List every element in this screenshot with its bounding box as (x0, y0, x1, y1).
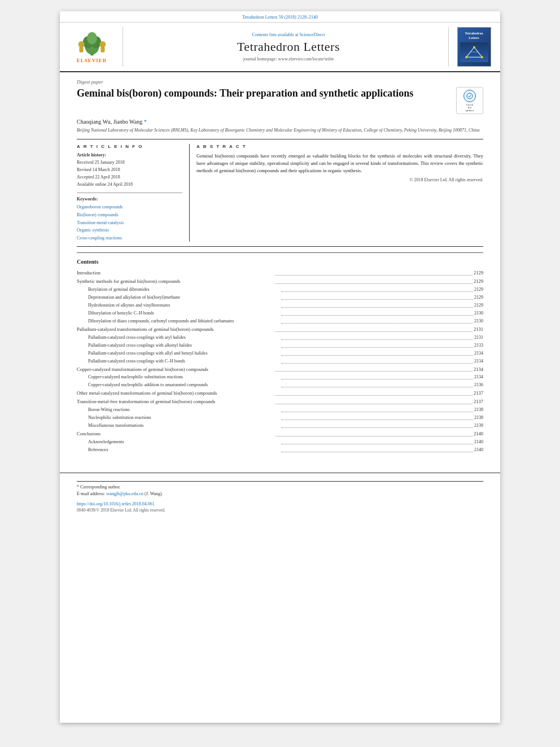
history-accepted: Accepted 22 April 2018 (77, 174, 182, 181)
toc-page: 2129 (474, 302, 483, 309)
article-title-row: Geminal bis(boron) compounds: Their prep… (77, 87, 483, 114)
toc-title: Palladium-catalyzed cross-couplings with… (88, 342, 280, 349)
affiliation-line: Beijing National Laboratory of Molecular… (77, 127, 483, 133)
authors-text: Chaoqiang Wu, Jianbo Wang * (77, 119, 147, 125)
check-updates-badge[interactable]: Check lOr updates (456, 87, 483, 114)
keyword-2: Bis(boron) compounds (77, 211, 182, 219)
history-online: Available online 24 April 2018 (77, 181, 182, 189)
svg-point-7 (78, 41, 84, 47)
toc-title: Palladium-catalyzed cross-couplings with… (88, 334, 280, 341)
toc-item: Miscellaneous transformations 2139 (77, 422, 483, 429)
header-right: TetrahedronLetters (448, 27, 493, 67)
toc-item: Transition-metal-free transformations of… (77, 398, 483, 405)
toc-item: Palladium-catalyzed cross-couplings with… (77, 334, 483, 341)
toc-title: Hydroboration of alkynes and vinylborona… (88, 302, 280, 309)
toc-item: Copper-catalyzed transformations of gemi… (77, 366, 483, 373)
toc-page: 2138 (474, 407, 483, 413)
toc-dots (281, 421, 473, 428)
toc-item: Diborylation of diazo compounds, carbony… (77, 318, 483, 325)
authors-line: Chaoqiang Wu, Jianbo Wang * (77, 119, 483, 125)
toc-page: 2140 (474, 447, 483, 453)
corresponding-asterisk: * (144, 119, 147, 125)
header-left: ELSEVIER (67, 27, 123, 67)
toc-page: 2140 (474, 439, 483, 445)
doi-link[interactable]: https://doi.org/10.1016/j.tetlet.2018.04… (77, 501, 483, 506)
toc-title: References (88, 447, 280, 453)
toc-page: 2130 (474, 318, 483, 325)
toc-item: Borylation of geminal dibromides 2129 (77, 286, 483, 293)
journal-ref-text: Tetrahedron Letters 59 (2018) 2128–2140 (242, 15, 318, 20)
toc-page: 2138 (474, 414, 483, 421)
cover-title: TetrahedronLetters (465, 32, 483, 40)
toc-dots (281, 445, 473, 452)
toc-title: Synthetic methods for geminal bis(boron)… (77, 278, 274, 285)
toc-dots (281, 341, 473, 348)
toc-dots (281, 285, 473, 292)
toc-item: Nucleophilic substitution reactions 2138 (77, 414, 483, 421)
email-link[interactable]: wangjb@pku.edu.cn (106, 491, 143, 496)
svg-point-4 (87, 32, 97, 44)
toc-dots (281, 381, 473, 387)
toc-item: Deprotonation and alkylation of bis(bory… (77, 294, 483, 301)
toc-page: 2134 (474, 358, 483, 365)
toc-title: Boron-Wittig reactions (88, 407, 280, 413)
toc-dots (281, 438, 473, 444)
toc-page: 2139 (474, 422, 483, 429)
check-circle-icon (466, 93, 473, 99)
history-received: Received 25 January 2018 (77, 159, 182, 167)
corresponding-note: * Corresponding author. (77, 484, 483, 491)
abstract-heading: A B S T R A C T (196, 144, 483, 149)
header-center: Contents lists available at ScienceDirec… (129, 27, 448, 67)
toc-page: 2129 (474, 278, 483, 285)
copyright-line: © 2018 Elsevier Ltd. All rights reserved… (196, 177, 483, 182)
sciencedirect-link-text[interactable]: ScienceDirect (300, 32, 325, 37)
contents-section: Contents Introduction 2129 Synthetic met… (77, 252, 483, 453)
sciencedirect-line: Contents lists available at ScienceDirec… (252, 32, 325, 37)
email-person: (J. Wang). (145, 491, 163, 496)
toc-title: Copper-catalyzed nucleophilic addition t… (88, 382, 280, 388)
journal-ref-bar: Tetrahedron Letters 59 (2018) 2128–2140 (60, 11, 500, 23)
corresponding-note-text: * Corresponding author. (77, 484, 121, 490)
article-body: Digest paper Geminal bis(boron) compound… (60, 72, 500, 461)
toc-title: Palladium-catalyzed cross-couplings with… (88, 350, 280, 357)
journal-title: Tetrahedron Letters (237, 40, 340, 54)
toc-dots (281, 301, 473, 308)
toc-item: Palladium-catalyzed cross-couplings with… (77, 350, 483, 357)
toc-dots (275, 388, 473, 396)
abstract-text: Geminal bis(boron) compounds have recent… (196, 152, 483, 174)
elsevier-text: ELSEVIER (77, 58, 107, 63)
keyword-1: Organoboron compounds (77, 203, 182, 211)
issn-line: 0040-4039/© 2018 Elsevier Ltd. All right… (77, 508, 483, 513)
toc-page: 2129 (474, 269, 483, 277)
sciencedirect-prefix: Contents lists available at (252, 32, 299, 37)
toc-dots (281, 349, 473, 356)
toc-page: 2129 (474, 294, 483, 301)
toc-title: Nucleophilic substitution reactions (88, 414, 280, 421)
toc-item: Copper-catalyzed nucleophilic addition t… (77, 382, 483, 388)
toc-dots (281, 317, 473, 324)
toc-page: 2131 (474, 326, 483, 333)
toc-dots (275, 397, 473, 404)
toc-title: Copper-catalyzed transformations of gemi… (77, 366, 274, 373)
svg-point-8 (99, 41, 106, 47)
toc-title: Diborylation of benzylic C–H bonds (88, 310, 280, 317)
toc-dots (281, 357, 473, 364)
toc-title: Introduction (77, 269, 274, 277)
toc-title: Miscellaneous transformations (88, 422, 280, 429)
keyword-4: Organic synthesis (77, 226, 182, 234)
toc-title: Transition-metal-free transformations of… (77, 398, 274, 405)
toc-item: Other metal-catalyzed transformations of… (77, 390, 483, 397)
toc-item: Acknowledgements 2140 (77, 439, 483, 445)
toc-title: Other metal-catalyzed transformations of… (77, 390, 274, 397)
toc-dots (275, 277, 473, 284)
footer-section: * Corresponding author. E-mail address: … (60, 473, 500, 518)
toc-title: Palladium-catalyzed transformations of g… (77, 326, 274, 333)
cover-graphic-icon (463, 45, 485, 59)
toc-page: 2131 (474, 334, 483, 341)
toc-item: Diborylation of benzylic C–H bonds 2130 (77, 310, 483, 317)
toc-dots (281, 373, 473, 379)
toc-dots (281, 413, 473, 420)
history-label: Article history: (77, 152, 182, 158)
info-section: A R T I C L E I N F O Article history: R… (77, 139, 483, 247)
abstract-col: A B S T R A C T Geminal bis(boron) compo… (196, 144, 483, 242)
